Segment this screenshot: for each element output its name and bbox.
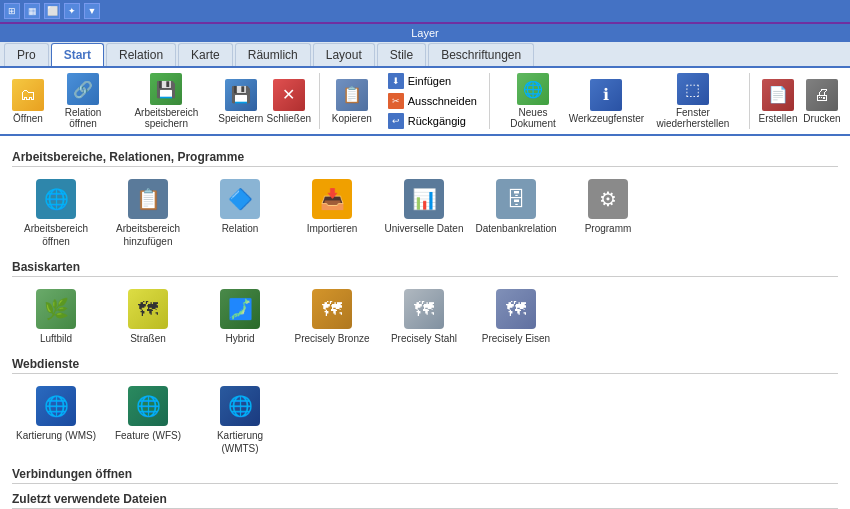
tab-bar: Pro Start Relation Karte Räumlich Layout…	[0, 42, 850, 68]
app-icon-2: ▦	[24, 3, 40, 19]
drucken-icon: 🖨	[806, 79, 838, 111]
programm-label: Programm	[585, 222, 632, 235]
werkzeugfenster-button[interactable]: ℹ Werkzeugfenster	[572, 77, 641, 126]
kopieren-label: Kopieren	[332, 113, 372, 124]
erstellen-icon: 📄	[762, 79, 794, 111]
precisely-bronze-label: Precisely Bronze	[294, 332, 369, 345]
arbeitsbereich-speichern-label: Arbeitsbereich speichern	[122, 107, 211, 129]
feature-wfs-label: Feature (WFS)	[115, 429, 181, 442]
section3-grid: 🌐 Kartierung (WMS) 🌐 Feature (WFS) 🌐 Kar…	[12, 382, 838, 459]
kartierung-wms-item[interactable]: 🌐 Kartierung (WMS)	[12, 382, 100, 459]
kopieren-button[interactable]: 📋 Kopieren	[328, 77, 376, 126]
app-icon-1: ⊞	[4, 3, 20, 19]
einfuegen-button[interactable]: ⬇ Einfügen	[384, 72, 481, 90]
content-area: Arbeitsbereiche, Relationen, Programme 🌐…	[0, 136, 850, 509]
datenbankrelation-icon: 🗄	[496, 179, 536, 219]
universelle-daten-icon: 📊	[404, 179, 444, 219]
arbeitsbereich-hinzufuegen-item[interactable]: 📋 Arbeitsbereich hinzufügen	[104, 175, 192, 252]
relation-item[interactable]: 🔷 Relation	[196, 175, 284, 252]
schliessen-label: Schließen	[267, 113, 311, 124]
arbeitsbereich-speichern-button[interactable]: 💾 Arbeitsbereich speichern	[118, 71, 215, 131]
app-icon-3: ⬜	[44, 3, 60, 19]
feature-wfs-item[interactable]: 🌐 Feature (WFS)	[104, 382, 192, 459]
universelle-daten-item[interactable]: 📊 Universelle Daten	[380, 175, 468, 252]
arbeitsbereich-oeffnen-item[interactable]: 🌐 Arbeitsbereich öffnen	[12, 175, 100, 252]
arbeitsbereich-oeffnen-label: Arbeitsbereich öffnen	[16, 222, 96, 248]
precisely-bronze-item[interactable]: 🗺 Precisely Bronze	[288, 285, 376, 349]
layer-bar: Layer	[0, 22, 850, 42]
app-icon-4: ✦	[64, 3, 80, 19]
precisely-eisen-icon: 🗺	[496, 289, 536, 329]
tab-stile[interactable]: Stile	[377, 43, 426, 66]
luftbild-icon: 🌿	[36, 289, 76, 329]
arbeitsbereich-hinzufuegen-icon: 📋	[128, 179, 168, 219]
relation-oeffnen-label: Relation öffnen	[56, 107, 110, 129]
tab-raeumlich[interactable]: Räumlich	[235, 43, 311, 66]
werkzeugfenster-icon: ℹ	[590, 79, 622, 111]
section3-header: Webdienste	[12, 357, 838, 374]
werkzeugfenster-label: Werkzeugfenster	[569, 113, 644, 124]
tab-start[interactable]: Start	[51, 43, 104, 66]
arbeitsbereich-hinzufuegen-label: Arbeitsbereich hinzufügen	[108, 222, 188, 248]
tab-pro[interactable]: Pro	[4, 43, 49, 66]
tab-beschriftungen[interactable]: Beschriftungen	[428, 43, 534, 66]
fenster-wiederherstellen-button[interactable]: ⬚ Fenster wiederherstellen	[645, 71, 741, 131]
precisely-eisen-label: Precisely Eisen	[482, 332, 550, 345]
title-bar-icons: ⊞ ▦ ⬜ ✦ ▼	[4, 3, 100, 19]
importieren-label: Importieren	[307, 222, 358, 235]
kartierung-wms-icon: 🌐	[36, 386, 76, 426]
kartierung-wmts-label: Kartierung (WMTS)	[200, 429, 280, 455]
hybrid-label: Hybrid	[226, 332, 255, 345]
hybrid-item[interactable]: 🗾 Hybrid	[196, 285, 284, 349]
strassen-item[interactable]: 🗺 Straßen	[104, 285, 192, 349]
kartierung-wmts-icon: 🌐	[220, 386, 260, 426]
relation-icon: 🔷	[220, 179, 260, 219]
rueckgaengig-button[interactable]: ↩ Rückgängig	[384, 112, 481, 130]
ribbon: 🗂 Öffnen 🔗 Relation öffnen 💾 Arbeitsbere…	[0, 68, 850, 136]
rueckgaengig-icon: ↩	[388, 113, 404, 129]
erstellen-button[interactable]: 📄 Erstellen	[758, 77, 798, 126]
relation-oeffnen-button[interactable]: 🔗 Relation öffnen	[52, 71, 114, 131]
datenbankrelation-label: Datenbankrelation	[475, 222, 556, 235]
ausschneiden-label: Ausschneiden	[408, 95, 477, 107]
section5-header: Zuletzt verwendete Dateien	[12, 492, 838, 509]
section1-grid: 🌐 Arbeitsbereich öffnen 📋 Arbeitsbereich…	[12, 175, 838, 252]
arbeitsbereich-speichern-icon: 💾	[150, 73, 182, 105]
precisely-stahl-icon: 🗺	[404, 289, 444, 329]
neues-dokument-label: Neues Dokument	[502, 107, 564, 129]
feature-wfs-icon: 🌐	[128, 386, 168, 426]
kopieren-icon: 📋	[336, 79, 368, 111]
fenster-wiederherstellen-label: Fenster wiederherstellen	[649, 107, 737, 129]
section2-grid: 🌿 Luftbild 🗺 Straßen 🗾 Hybrid 🗺 Precisel…	[12, 285, 838, 349]
tab-karte[interactable]: Karte	[178, 43, 233, 66]
programm-icon: ⚙	[588, 179, 628, 219]
precisely-eisen-item[interactable]: 🗺 Precisely Eisen	[472, 285, 560, 349]
luftbild-item[interactable]: 🌿 Luftbild	[12, 285, 100, 349]
importieren-item[interactable]: 📥 Importieren	[288, 175, 376, 252]
tab-relation[interactable]: Relation	[106, 43, 176, 66]
erstellen-label: Erstellen	[759, 113, 798, 124]
speichern-button[interactable]: 💾 Speichern	[219, 77, 263, 126]
rueckgaengig-label: Rückgängig	[408, 115, 466, 127]
kartierung-wmts-item[interactable]: 🌐 Kartierung (WMTS)	[196, 382, 284, 459]
schliessen-button[interactable]: ✕ Schließen	[267, 77, 311, 126]
datenbankrelation-item[interactable]: 🗄 Datenbankrelation	[472, 175, 560, 252]
relation-oeffnen-icon: 🔗	[67, 73, 99, 105]
ausschneiden-button[interactable]: ✂ Ausschneiden	[384, 92, 481, 110]
programm-item[interactable]: ⚙ Programm	[564, 175, 652, 252]
edit-small-group: ⬇ Einfügen ✂ Ausschneiden ↩ Rückgängig	[384, 72, 481, 130]
universelle-daten-label: Universelle Daten	[385, 222, 464, 235]
tab-layout[interactable]: Layout	[313, 43, 375, 66]
oeffnen-label: Öffnen	[13, 113, 43, 124]
drucken-button[interactable]: 🖨 Drucken	[802, 77, 842, 126]
oeffnen-button[interactable]: 🗂 Öffnen	[8, 77, 48, 126]
oeffnen-icon: 🗂	[12, 79, 44, 111]
precisely-bronze-icon: 🗺	[312, 289, 352, 329]
layer-title: Layer	[411, 27, 439, 39]
precisely-stahl-item[interactable]: 🗺 Precisely Stahl	[380, 285, 468, 349]
title-bar: ⊞ ▦ ⬜ ✦ ▼	[0, 0, 850, 22]
hybrid-icon: 🗾	[220, 289, 260, 329]
neues-dokument-button[interactable]: 🌐 Neues Dokument	[498, 71, 568, 131]
kartierung-wms-label: Kartierung (WMS)	[16, 429, 96, 442]
ausschneiden-icon: ✂	[388, 93, 404, 109]
